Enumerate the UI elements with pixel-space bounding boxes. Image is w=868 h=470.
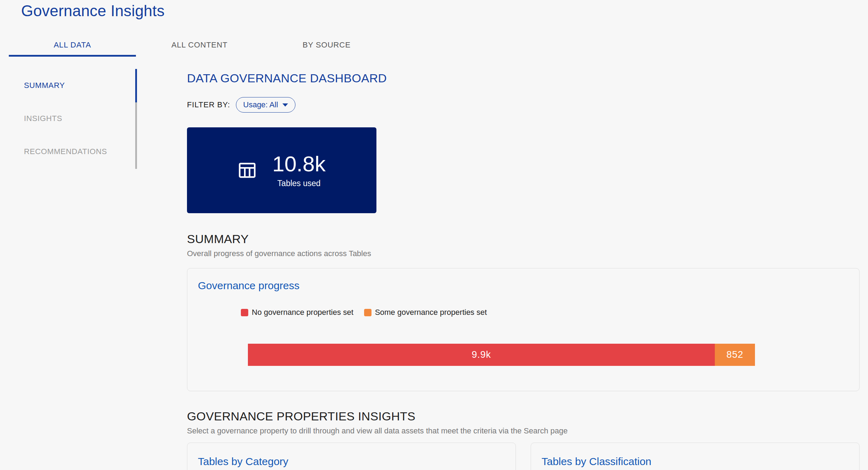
- metric-text: 10.8k Tables used: [272, 152, 326, 188]
- summary-section-heading: SUMMARY: [187, 232, 860, 246]
- tab-by-source-label: BY SOURCE: [302, 40, 350, 50]
- side-nav-rail: [135, 69, 137, 169]
- governance-progress-card: Governance progress No governance proper…: [187, 268, 860, 391]
- governance-progress-title[interactable]: Governance progress: [198, 280, 300, 292]
- legend-swatch-orange: [364, 309, 371, 316]
- metric-inner: 10.8k Tables used: [238, 152, 326, 188]
- bar-segment-no-properties-value: 9.9k: [472, 349, 491, 360]
- sidebar-item-summary-label: SUMMARY: [24, 81, 65, 90]
- top-tab-bar: ALL DATA ALL CONTENT BY SOURCE: [9, 33, 390, 57]
- sidebar-item-recommendations[interactable]: RECOMMENDATIONS: [0, 135, 137, 168]
- tab-all-data-label: ALL DATA: [54, 40, 91, 50]
- legend-label-no-properties: No governance properties set: [252, 308, 354, 317]
- bar-segment-some-properties-value: 852: [726, 349, 743, 360]
- legend-label-some-properties: Some governance properties set: [375, 308, 487, 317]
- filter-row: FILTER BY: Usage: All: [187, 97, 860, 113]
- tab-all-data[interactable]: ALL DATA: [9, 33, 136, 57]
- insights-section-heading: GOVERNANCE PROPERTIES INSIGHTS: [187, 409, 860, 423]
- legend-item-some-properties[interactable]: Some governance properties set: [364, 308, 487, 317]
- table-icon: [238, 161, 257, 180]
- main-content: DATA GOVERNANCE DASHBOARD FILTER BY: Usa…: [187, 57, 860, 470]
- tables-by-category-card: Tables by Category Count of Tables by Ca…: [187, 443, 516, 470]
- usage-filter-value: Usage: All: [243, 100, 278, 109]
- governance-progress-stacked-bar: 9.9k 852: [248, 344, 755, 366]
- tables-by-category-title[interactable]: Tables by Category: [198, 456, 505, 468]
- tables-by-classification-card: Tables by Classification Count of Tables…: [531, 443, 860, 470]
- summary-section-subtitle: Overall progress of governance actions a…: [187, 249, 860, 258]
- bar-segment-some-properties[interactable]: 852: [715, 344, 755, 366]
- insight-cards-row: Tables by Category Count of Tables by Ca…: [187, 443, 860, 470]
- side-nav-active-indicator: [135, 69, 137, 102]
- chevron-down-icon: [282, 103, 288, 107]
- sidebar-item-summary[interactable]: SUMMARY: [0, 69, 137, 102]
- bar-segment-no-properties[interactable]: 9.9k: [248, 344, 715, 366]
- sidebar-item-insights[interactable]: INSIGHTS: [0, 102, 137, 135]
- sidebar-item-insights-label: INSIGHTS: [24, 114, 62, 123]
- active-tab-underline: [9, 55, 136, 57]
- tab-all-content-label: ALL CONTENT: [171, 40, 228, 50]
- tables-used-metric-card[interactable]: 10.8k Tables used: [187, 127, 376, 213]
- tables-by-classification-title[interactable]: Tables by Classification: [542, 456, 849, 468]
- usage-filter-dropdown[interactable]: Usage: All: [236, 97, 295, 113]
- sidebar-item-recommendations-label: RECOMMENDATIONS: [24, 147, 107, 156]
- legend-item-no-properties[interactable]: No governance properties set: [241, 308, 354, 317]
- metric-value: 10.8k: [272, 152, 326, 175]
- tab-all-content[interactable]: ALL CONTENT: [136, 33, 263, 57]
- dashboard-heading: DATA GOVERNANCE DASHBOARD: [187, 71, 860, 85]
- page-title: Governance Insights: [21, 2, 164, 20]
- legend-swatch-red: [241, 309, 248, 316]
- filter-by-label: FILTER BY:: [187, 100, 230, 109]
- chart-legend: No governance properties set Some govern…: [241, 308, 487, 317]
- side-nav: SUMMARY INSIGHTS RECOMMENDATIONS: [0, 69, 137, 169]
- tab-by-source[interactable]: BY SOURCE: [263, 33, 390, 57]
- metric-label: Tables used: [277, 179, 321, 188]
- insights-section-subtitle: Select a governance property to drill th…: [187, 426, 860, 436]
